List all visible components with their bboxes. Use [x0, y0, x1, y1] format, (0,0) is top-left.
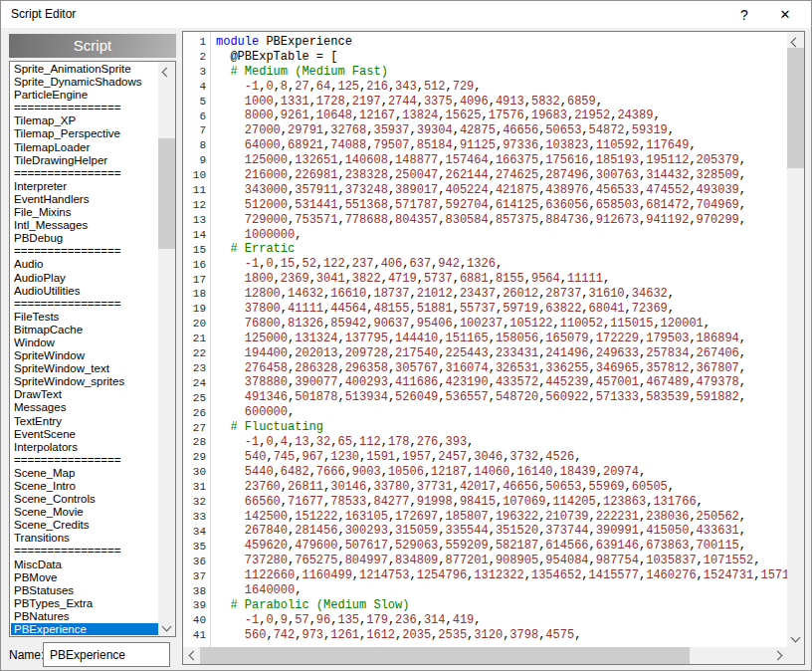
script-list-item[interactable]: ================ [11, 167, 158, 180]
script-list-item[interactable]: TextEntry [11, 415, 158, 428]
script-list-item[interactable]: EventHandlers [11, 193, 158, 206]
script-list-item[interactable]: EventScene [11, 428, 158, 441]
code-line[interactable]: 66560,71677,78533,84277,91998,98415,1070… [216, 495, 787, 510]
code-line[interactable]: 459620,479600,507617,529063,559209,58218… [216, 539, 787, 554]
script-list-scrollbar[interactable] [158, 62, 175, 636]
code-line[interactable]: -1,0,9,57,96,135,179,236,314,419, [216, 613, 787, 628]
script-list-item[interactable]: ================ [11, 245, 158, 258]
script-list-item[interactable]: AudioUtilities [11, 285, 158, 298]
code-line[interactable]: 5440,6482,7666,9003,10506,12187,14060,16… [216, 465, 787, 480]
help-button[interactable]: ? [731, 5, 757, 25]
script-list-item[interactable]: Window [11, 336, 158, 349]
code-line[interactable]: 378880,390077,400293,411686,423190,43357… [216, 375, 787, 390]
code-line[interactable]: 737280,765275,804997,834809,877201,90890… [216, 554, 787, 568]
script-list-item[interactable]: DrawText [11, 388, 158, 401]
script-list-item[interactable]: Sprite_DynamicShadows [11, 76, 158, 89]
script-list-item[interactable]: File_Mixins [11, 206, 158, 219]
code-line[interactable]: -1,0,15,52,122,237,406,637,942,1326, [216, 257, 787, 272]
code-line[interactable]: 1800,2369,3041,3822,4719,5737,6881,8155,… [216, 272, 787, 287]
script-list-item[interactable]: BitmapCache [11, 324, 158, 336]
code-line[interactable]: 64000,68921,74088,79507,85184,91125,9733… [216, 138, 787, 153]
script-list-item[interactable]: ParticleEngine [11, 89, 158, 102]
script-list-item[interactable]: Scene_Movie [11, 506, 158, 519]
code-line[interactable]: 8000,9261,10648,12167,13824,15625,17576,… [216, 109, 787, 123]
code-line[interactable]: # Erratic [216, 242, 787, 257]
script-list-item[interactable]: Interpolators [11, 441, 158, 454]
script-list-item[interactable]: PBExperience [11, 623, 158, 635]
scroll-up-button[interactable] [158, 62, 175, 79]
script-list-item[interactable]: Sprite_AnimationSprite [11, 63, 158, 76]
script-list-item[interactable]: PBDebug [11, 232, 158, 245]
code-line[interactable]: 142500,151222,163105,172697,185807,19632… [216, 510, 787, 525]
scroll-down-button[interactable] [787, 630, 804, 647]
script-name-input[interactable] [43, 642, 170, 667]
script-list-item[interactable]: TilemapLoader [11, 141, 158, 154]
script-list-item[interactable]: Interpreter [11, 180, 158, 193]
scrollbar-thumb[interactable] [158, 138, 175, 249]
code-line[interactable]: 560,742,973,1261,1612,2035,2535,3120,379… [216, 628, 787, 643]
editor-vscrollbar[interactable] [787, 32, 804, 647]
close-button[interactable]: ✕ [772, 5, 798, 25]
script-list-item[interactable]: FileTests [11, 311, 158, 324]
script-list-item[interactable]: ================ [11, 102, 158, 114]
scroll-left-button[interactable] [183, 647, 200, 664]
code-line[interactable]: @PBExpTable = [ [216, 50, 787, 65]
code-editor[interactable]: 1234567891011121314151617181920212223242… [182, 31, 805, 665]
code-line[interactable]: 512000,531441,551368,571787,592704,61412… [216, 198, 787, 213]
code-lines[interactable]: module PBExperience @PBExpTable = [ # Me… [212, 32, 787, 647]
code-line[interactable]: 491346,501878,513934,526049,536557,54872… [216, 390, 787, 405]
code-line[interactable]: 343000,357911,373248,389017,405224,42187… [216, 183, 787, 198]
script-list-item[interactable]: PBMove [11, 571, 158, 584]
code-line[interactable]: 37800,41111,44564,48155,51881,55737,5971… [216, 302, 787, 317]
code-line[interactable]: # Parabolic (Medium Slow) [216, 598, 787, 613]
scrollbar-thumb[interactable] [200, 647, 690, 664]
script-list-item[interactable]: Scene_Map [11, 467, 158, 480]
code-line[interactable]: 540,745,967,1230,1591,1957,2457,3046,373… [216, 450, 787, 465]
code-line[interactable]: # Fluctuating [216, 420, 787, 435]
script-list-item[interactable]: SpriteWindow_sprites [11, 375, 158, 388]
code-line[interactable]: 23760,26811,30146,33780,37731,42017,4665… [216, 480, 787, 495]
code-line[interactable]: 27000,29791,32768,35937,39304,42875,4665… [216, 123, 787, 138]
script-list-item[interactable]: Transitions [11, 532, 158, 545]
script-list-item[interactable]: Scene_Controls [11, 493, 158, 506]
script-list-item[interactable]: Audio [11, 258, 158, 271]
code-line[interactable]: 267840,281456,300293,315059,335544,35152… [216, 524, 787, 539]
code-line[interactable]: -1,0,4,13,32,65,112,178,276,393, [216, 435, 787, 450]
script-list-item[interactable]: ================ [11, 545, 158, 558]
script-list-item[interactable]: Intl_Messages [11, 219, 158, 232]
code-line[interactable]: 1122660,1160499,1214753,1254796,1312322,… [216, 568, 787, 583]
script-list-item[interactable]: AudioPlay [11, 272, 158, 285]
code-line[interactable]: # Medium (Medium Fast) [216, 65, 787, 80]
script-list-item[interactable]: SpriteWindow_text [11, 362, 158, 375]
script-list-item[interactable]: TileDrawingHelper [11, 154, 158, 167]
editor-hscrollbar[interactable] [183, 647, 787, 664]
script-list-item[interactable]: PBStatuses [11, 584, 158, 597]
code-line[interactable]: 600000, [216, 405, 787, 420]
code-line[interactable]: 216000,226981,238328,250047,262144,27462… [216, 168, 787, 183]
code-line[interactable]: 76800,81326,85942,90637,95406,100237,105… [216, 317, 787, 332]
code-line[interactable]: 125000,131324,137795,144410,151165,15805… [216, 332, 787, 346]
script-list-item[interactable]: SpriteWindow [11, 349, 158, 362]
scroll-right-button[interactable] [770, 647, 787, 664]
code-line[interactable]: module PBExperience [216, 35, 787, 50]
code-line[interactable]: 1640000, [216, 583, 787, 598]
code-line[interactable]: -1,0,8,27,64,125,216,343,512,729, [216, 80, 787, 95]
scroll-down-button[interactable] [158, 619, 175, 636]
script-list-item[interactable]: Messages [11, 401, 158, 414]
code-line[interactable]: 1000,1331,1728,2197,2744,3375,4096,4913,… [216, 95, 787, 110]
code-line[interactable]: 12800,14632,16610,18737,21012,23437,2601… [216, 287, 787, 302]
script-list-item[interactable]: PBTypes_Extra [11, 597, 158, 610]
script-list-item[interactable]: Scene_Credits [11, 519, 158, 532]
script-list-item[interactable]: Tilemap_XP [11, 114, 158, 127]
scrollbar-thumb[interactable] [787, 48, 804, 168]
scroll-up-button[interactable] [787, 32, 804, 49]
script-list-item[interactable]: ================ [11, 454, 158, 467]
script-list-item[interactable]: PBNatures [11, 610, 158, 623]
script-list-item[interactable]: ================ [11, 298, 158, 311]
script-list-item[interactable]: Scene_Intro [11, 480, 158, 493]
script-list[interactable]: Sprite_AnimationSpriteSprite_DynamicShad… [9, 61, 176, 637]
code-line[interactable]: 276458,286328,296358,305767,316074,32653… [216, 361, 787, 376]
script-list-item[interactable]: Tilemap_Perspective [11, 127, 158, 140]
code-line[interactable]: 1000000, [216, 228, 787, 243]
code-line[interactable]: 194400,202013,209728,217540,225443,23343… [216, 346, 787, 361]
